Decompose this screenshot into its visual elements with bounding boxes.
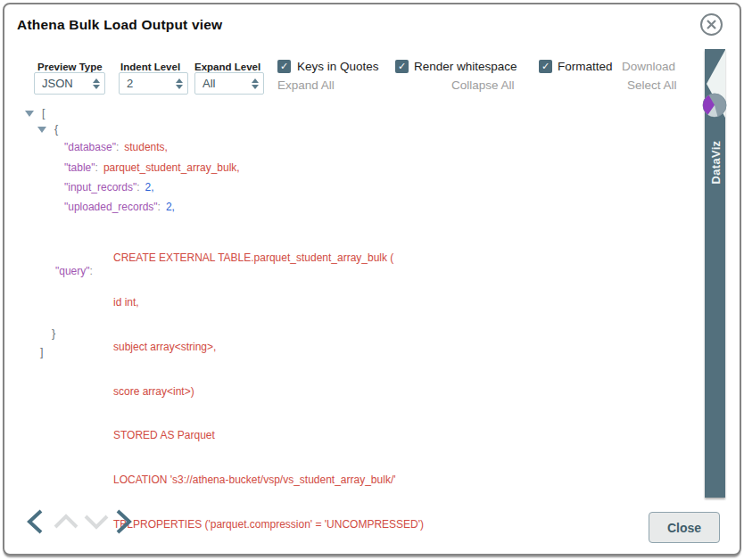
dialog-title: Athena Bulk Load Output view bbox=[17, 17, 222, 33]
json-key: "uploaded_records" bbox=[64, 201, 158, 213]
select-all-link[interactable]: Select All bbox=[627, 78, 677, 92]
json-value: parquet_student_array_bulk, bbox=[103, 161, 240, 174]
expand-all-link[interactable]: Expand All bbox=[277, 78, 335, 92]
stepper-arrows-icon[interactable] bbox=[176, 78, 183, 89]
json-key: "table" bbox=[64, 161, 95, 174]
render-whitespace-label: Render whitespace bbox=[414, 60, 517, 73]
object-open-brace: { bbox=[54, 123, 58, 136]
query-sql-text: CREATE EXTERNAL TABLE.parquet_student_ar… bbox=[113, 221, 424, 560]
root-open-bracket: [ bbox=[42, 107, 45, 119]
indent-level-input[interactable]: 2 bbox=[119, 72, 188, 95]
stepper-arrows-icon[interactable] bbox=[93, 78, 100, 89]
nav-previous-button[interactable] bbox=[29, 511, 41, 532]
preview-type-select[interactable]: JSON bbox=[34, 72, 105, 95]
tree-row-close-bracket: ] bbox=[40, 346, 43, 358]
formatted-checkbox[interactable]: ✓ bbox=[539, 60, 552, 73]
indent-level-value: 2 bbox=[127, 77, 133, 90]
tree-entry-input-records: "input_records": 2, bbox=[64, 181, 154, 194]
tree-row-close-brace: } bbox=[52, 327, 55, 340]
keys-in-quotes-checkbox[interactable]: ✓ bbox=[277, 60, 291, 73]
expand-level-select[interactable]: All bbox=[194, 72, 264, 95]
json-value: students, bbox=[124, 141, 168, 153]
tree-entry-uploaded-records: "uploaded_records": 2, bbox=[64, 201, 175, 213]
close-icon[interactable] bbox=[699, 12, 723, 37]
nav-next-button[interactable] bbox=[118, 511, 129, 532]
tree-row-root: [ bbox=[25, 107, 45, 119]
collapse-all-link[interactable]: Collapse All bbox=[451, 78, 515, 92]
collapse-arrow-icon[interactable] bbox=[25, 111, 34, 117]
tree-entry-database: "database": students, bbox=[64, 141, 168, 153]
json-key: "database" bbox=[64, 141, 116, 153]
formatted-label: Formatted bbox=[558, 60, 613, 73]
download-link[interactable]: Download bbox=[622, 60, 675, 73]
tree-entry-table: "table": parquet_student_array_bulk, bbox=[64, 161, 240, 174]
expand-level-value: All bbox=[203, 77, 215, 90]
pie-chart-icon[interactable] bbox=[701, 92, 728, 119]
json-value: 2, bbox=[166, 201, 175, 213]
nav-up-button[interactable] bbox=[55, 516, 77, 527]
dataviz-tab-label[interactable]: DataViz bbox=[705, 125, 725, 200]
tree-row-object: { bbox=[37, 123, 58, 136]
root-close-bracket: ] bbox=[40, 346, 43, 358]
nav-down-button[interactable] bbox=[86, 516, 107, 527]
render-whitespace-checkbox[interactable]: ✓ bbox=[395, 60, 409, 73]
stepper-arrows-icon[interactable] bbox=[252, 78, 259, 89]
json-value: 2, bbox=[145, 181, 154, 194]
keys-in-quotes-label: Keys in Quotes bbox=[297, 60, 379, 73]
collapse-arrow-icon[interactable] bbox=[37, 127, 46, 133]
json-key: "input_records" bbox=[64, 181, 136, 194]
preview-type-value: JSON bbox=[42, 77, 73, 90]
close-button[interactable]: Close bbox=[649, 512, 720, 543]
record-nav bbox=[25, 508, 136, 535]
object-close-brace: } bbox=[52, 327, 55, 340]
screen: Athena Bulk Load Output view Preview Typ… bbox=[0, 0, 744, 560]
json-key: "query" bbox=[55, 265, 90, 277]
tree-entry-query-key: "query": bbox=[55, 265, 98, 277]
